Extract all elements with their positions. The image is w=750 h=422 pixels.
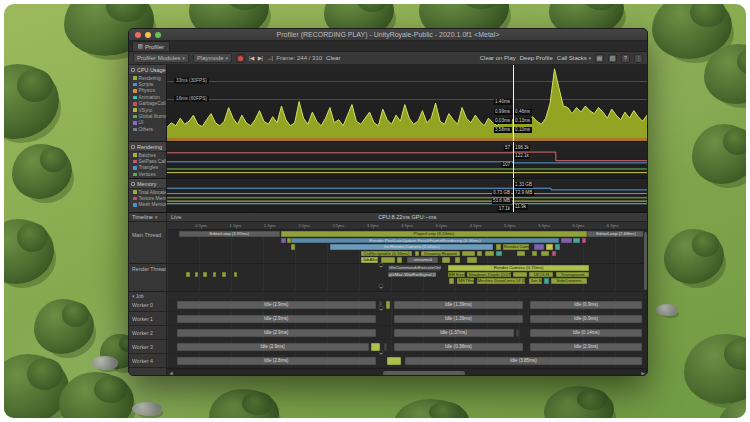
timeline-block[interactable] [213, 272, 216, 277]
idle-block[interactable]: Idle (2.9ms) [177, 343, 369, 351]
timeline-block[interactable] [291, 244, 295, 249]
hscroll-thumb[interactable] [383, 371, 465, 376]
timeline-block[interactable]: gfxMac.WaitForSignal (0.74ms) [388, 272, 436, 277]
timeline-block[interactable]: EditorLoop (2.68ms) [587, 231, 644, 236]
profiler-modules-dropdown[interactable]: Profiler Modules ▾ [133, 53, 189, 63]
worker-label[interactable]: Worker 4 [129, 354, 167, 367]
idle-block[interactable] [384, 343, 387, 351]
timeline-block[interactable] [485, 251, 495, 256]
timeline-view-dropdown[interactable]: Timeline ▾ [129, 213, 167, 221]
clear-on-play-toggle[interactable]: Clear on Play [480, 55, 516, 61]
timeline-block[interactable]: Meshes.DrawLines.UI (0.1ms) [477, 278, 525, 283]
timeline-block[interactable] [573, 238, 581, 243]
timeline-block[interactable]: MSTEnc.Re [457, 278, 474, 283]
help-icon[interactable]: ? [621, 54, 630, 63]
rendering-chart[interactable]: 57198.3k122.1k107 [167, 141, 647, 178]
timeline-block[interactable] [544, 278, 549, 283]
timeline-block[interactable]: Jun.SGN [529, 278, 541, 283]
timeline-block[interactable]: Render.PostLateUpdate.FinishFrameRenderi… [291, 238, 558, 243]
idle-block[interactable]: Idle (2.9ms) [177, 315, 376, 323]
cpu-usage-chart[interactable]: 33ms (30FPS)16ms (60FPS)1.40ms0.99ms0.46… [167, 65, 647, 141]
timeline-block[interactable] [281, 238, 286, 243]
timeline-block[interactable]: BR.Exec [448, 272, 465, 277]
timeline-block[interactable] [532, 251, 537, 256]
timeline-block[interactable] [555, 244, 560, 249]
legend-item-mesh-memory[interactable]: Mesh Memory [129, 202, 166, 208]
worker-track[interactable]: Idle (2.9ms)Idle (1.39ms)Idle (0.9ms) [167, 312, 647, 325]
flow-event-marker[interactable] [378, 284, 383, 289]
worker-track[interactable]: Idle (2.9ms)Idle (0.38ms)Idle (2.9ms) [167, 340, 647, 353]
timeline-block[interactable] [203, 272, 206, 277]
timeline-block[interactable]: Render.Camera (0.72ms) [448, 265, 590, 270]
legend-item-others[interactable]: Others [129, 126, 166, 132]
timeline-block[interactable]: EditorLoop (1.97ms) [179, 231, 280, 236]
main-thread-label[interactable]: Main Thread [129, 230, 167, 263]
timeline-block[interactable] [534, 244, 544, 249]
idle-block[interactable]: Idle (1.39ms) [394, 301, 524, 309]
titlebar[interactable]: Profiler (RECORDING PLAY) - UnityRoyale-… [129, 29, 647, 41]
flow-event-marker[interactable] [378, 263, 383, 268]
timeline-block[interactable] [449, 278, 454, 283]
flow-event-marker[interactable] [378, 306, 383, 311]
timeline-block[interactable] [462, 251, 474, 256]
scroll-right-icon[interactable]: ▶ [641, 369, 645, 376]
timeline-block[interactable]: Drawing.Repaint [421, 251, 459, 256]
memory-header[interactable]: Memory [129, 179, 166, 189]
legend-item-vertices[interactable]: Vertices [129, 171, 166, 177]
timeline-block[interactable] [381, 257, 395, 262]
timeline-block[interactable]: GfxCommandsExecuteOnGfxThread [388, 265, 441, 270]
deep-profile-toggle[interactable]: Deep Profile [520, 55, 553, 61]
timeline-block[interactable] [467, 257, 477, 262]
worker-track[interactable]: Idle (2.9ms)Idle (1.39ms)Idle (0.9ms) [167, 298, 647, 311]
timeline-block[interactable]: Shadows.Depth (0.07ms) [467, 272, 510, 277]
vertical-scrollbar[interactable] [643, 230, 647, 368]
idle-block[interactable]: Idle (0.9ms) [530, 301, 642, 309]
timeline-block[interactable] [195, 272, 198, 277]
timeline-block[interactable] [222, 272, 225, 277]
worker-label[interactable]: Worker 2 [129, 326, 167, 339]
timeline-block[interactable]: unnamed [407, 257, 438, 262]
worker-track[interactable]: Idle (2.8ms)Idle (3.85ms) [167, 354, 647, 367]
idle-block[interactable]: Idle (2.9ms) [177, 301, 376, 309]
idle-block[interactable] [386, 301, 390, 309]
idle-block[interactable]: Idle (2.9ms) [177, 329, 376, 337]
timeline-block[interactable] [517, 251, 524, 256]
timeline-block[interactable] [397, 257, 402, 262]
timeline-block[interactable] [186, 272, 189, 277]
live-toggle[interactable]: Live [171, 214, 181, 220]
worker-track[interactable]: Idle (2.9ms)Idle (1.37ms)Idle (0.14ms) [167, 326, 647, 339]
render-thread-label[interactable]: Render Thread [129, 264, 167, 291]
timeline-block[interactable] [496, 244, 501, 249]
worker-label[interactable]: Worker 0 [129, 298, 167, 311]
idle-block[interactable]: Idle (2.9ms) [530, 343, 642, 351]
vscroll-thumb[interactable] [644, 232, 647, 290]
timeline-block[interactable]: SideDrawers [551, 278, 587, 283]
timeline-block[interactable]: Int.Render.Camera (2.02ms) [330, 244, 493, 249]
next-frame-button[interactable]: ▶| [258, 55, 263, 61]
timeline-block[interactable]: UICG.R [529, 272, 553, 277]
clear-button[interactable]: Clear [326, 55, 340, 61]
timeline-block[interactable]: PlayerLoop (6.24ms) [281, 231, 586, 236]
flow-event-marker[interactable] [378, 350, 383, 355]
timeline-block[interactable] [496, 251, 502, 256]
timeline-block[interactable]: CullScriptable (0.56ms) [361, 251, 411, 256]
current-frame-button[interactable]: →| [266, 55, 272, 61]
timeline-block[interactable]: Transparent [556, 272, 590, 277]
timeline-block[interactable] [546, 244, 553, 249]
call-stacks-dropdown[interactable]: Call Stacks ▾ [557, 55, 591, 61]
idle-block[interactable] [516, 329, 519, 337]
timeline-block[interactable] [582, 238, 586, 243]
idle-block[interactable]: Idle (0.9ms) [530, 315, 642, 323]
prev-frame-button[interactable]: |◀ [249, 55, 254, 61]
idle-block[interactable]: Idle (1.37ms) [394, 329, 514, 337]
cpu-usage-header[interactable]: CPU Usage [129, 65, 166, 75]
scroll-left-icon[interactable]: ◀ [169, 369, 173, 376]
worker-label[interactable]: Worker 3 [129, 340, 167, 353]
record-button[interactable] [236, 54, 245, 63]
timeline-block[interactable]: Render.Camera (0.09ms) [503, 244, 529, 249]
save-profile-icon[interactable]: ▧ [608, 54, 617, 63]
idle-block[interactable]: Idle (2.8ms) [177, 357, 376, 365]
render-thread-track[interactable]: GfxCommandsExecuteOnGfxThreadRender.Came… [167, 264, 647, 291]
timeline-block[interactable] [415, 251, 419, 256]
idle-block[interactable]: Idle (1.39ms) [394, 315, 524, 323]
